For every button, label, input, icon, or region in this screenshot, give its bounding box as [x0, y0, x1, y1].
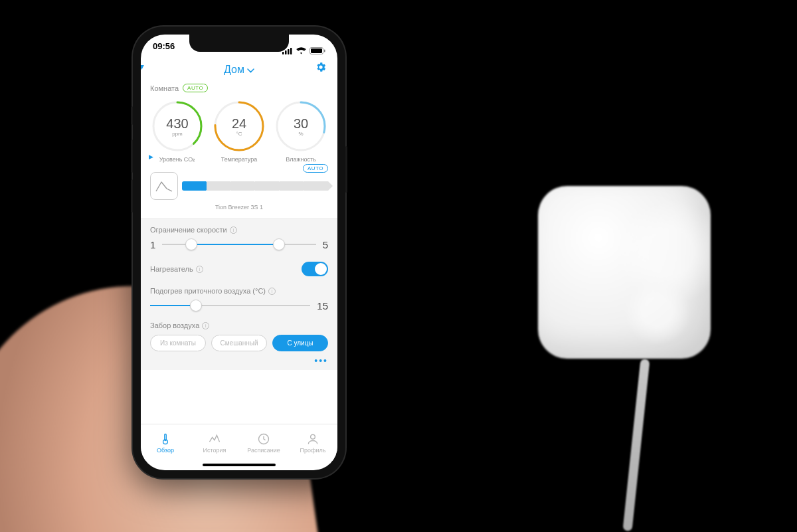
intake-label: Забор воздуха i [150, 321, 328, 329]
heater-toggle[interactable] [302, 262, 328, 276]
svg-rect-2 [288, 49, 290, 54]
svg-rect-0 [282, 52, 284, 54]
phone-frame: 09:56 Дом [133, 27, 345, 478]
svg-text:24: 24 [232, 116, 246, 131]
app-header: Дом [141, 60, 337, 80]
tab-bar: Обзор История Расписание Профиль [141, 424, 337, 461]
svg-point-19 [163, 439, 168, 444]
device-icon[interactable] [150, 172, 178, 200]
gauge-co2-label: Уровень CO₂ [150, 156, 205, 163]
tab-schedule[interactable]: Расписание [239, 424, 288, 461]
gauge-temperature[interactable]: 24 °C Температура [212, 99, 266, 163]
location-selector[interactable]: Дом [224, 64, 254, 76]
phone-notch [189, 35, 289, 52]
chevron-down-icon [247, 64, 254, 76]
info-icon[interactable]: i [196, 266, 203, 273]
gauge-temp-label: Температура [212, 156, 266, 163]
fan-speed-steps[interactable] [182, 181, 328, 191]
svg-text:°C: °C [236, 131, 242, 137]
speed-min: 1 [150, 239, 155, 250]
speed-max: 5 [323, 239, 328, 250]
speed-range-slider[interactable] [162, 238, 315, 251]
room-label: Комната [150, 84, 179, 92]
tab-overview[interactable]: Обзор [141, 424, 190, 461]
heater-label: Нагреватель i [150, 265, 203, 273]
home-indicator[interactable] [203, 464, 276, 466]
wifi-icon [296, 47, 306, 54]
info-icon[interactable]: i [202, 322, 209, 329]
battery-icon [310, 47, 325, 54]
svg-rect-5 [311, 48, 322, 53]
device-cable [622, 359, 650, 531]
phone-screen: 09:56 Дом [141, 35, 337, 470]
svg-text:%: % [298, 131, 303, 137]
gauge-co2[interactable]: 430 ppm Уровень CO₂ [150, 99, 205, 163]
device-row: AUTO [150, 172, 328, 200]
svg-point-22 [311, 434, 315, 439]
air-station-device [538, 186, 711, 359]
status-time: 09:56 [153, 41, 175, 60]
gauges: ▶ 430 ppm Уровень CO₂ 24 °C [150, 99, 328, 163]
svg-rect-6 [324, 49, 325, 52]
intake-opt-mixed[interactable]: Смешанный [211, 335, 267, 351]
intake-opt-street[interactable]: С улицы [272, 335, 328, 351]
speed-limit-label: Ограничение скорости i [150, 226, 328, 234]
intake-segmented: Из комнаты Смешанный С улицы [150, 335, 328, 351]
room-mode-badge[interactable]: AUTO [183, 84, 208, 92]
tab-history[interactable]: История [190, 424, 239, 461]
info-icon[interactable]: i [230, 226, 237, 234]
gauge-humidity[interactable]: 30 % Влажность [274, 99, 328, 163]
device-mode-badge[interactable]: AUTO [303, 164, 328, 173]
heat-temp-value: 15 [317, 300, 328, 311]
tab-profile[interactable]: Профиль [288, 424, 337, 461]
svg-text:430: 430 [166, 116, 188, 131]
svg-text:ppm: ppm [172, 131, 183, 137]
room-row: Комната AUTO [150, 84, 328, 92]
svg-text:30: 30 [294, 116, 308, 131]
intake-opt-room[interactable]: Из комнаты [150, 335, 206, 351]
gauge-hum-label: Влажность [274, 156, 328, 163]
device-name: Tion Breezer 3S 1 [150, 204, 328, 211]
location-title: Дом [224, 64, 244, 76]
heat-temp-label: Подогрев приточного воздуха (°C) i [150, 287, 328, 295]
svg-rect-3 [290, 48, 292, 54]
info-icon[interactable]: i [268, 288, 276, 295]
settings-button[interactable] [315, 61, 327, 76]
more-menu[interactable]: ••• [150, 355, 328, 366]
svg-rect-1 [285, 50, 287, 54]
heat-temp-slider[interactable] [150, 299, 310, 312]
expand-icon[interactable]: ▶ [149, 153, 153, 160]
